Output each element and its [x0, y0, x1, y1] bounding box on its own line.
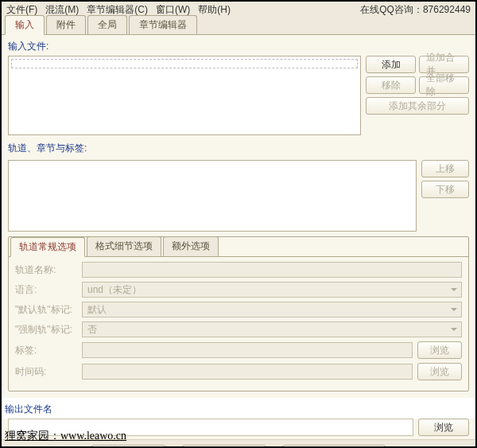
tab-format-details[interactable]: 格式细节选项	[87, 236, 161, 256]
tab-attachment[interactable]: 附件	[46, 15, 86, 34]
remove-all-button[interactable]: 全部移除	[419, 76, 469, 94]
output-filename-label: 输出文件名	[5, 403, 475, 416]
footer-link[interactable]: 狸窝家园：www.leawo.cn	[5, 429, 126, 443]
input-files-selection	[11, 59, 358, 68]
timecode-input[interactable]	[82, 364, 413, 380]
forced-flag-select[interactable]: 否	[82, 321, 462, 337]
forced-flag-label: "强制轨"标记:	[15, 323, 77, 337]
remove-button[interactable]: 移除	[366, 76, 416, 94]
tab-track-general[interactable]: 轨道常规选项	[10, 237, 85, 257]
output-browse-button[interactable]: 浏览	[418, 419, 469, 436]
append-button[interactable]: 追加合并	[419, 56, 469, 73]
input-files-label: 输入文件:	[8, 40, 469, 53]
track-name-label: 轨道名称:	[15, 263, 77, 277]
input-panel: 输入文件: 添加 追加合并 移除 全部移除 添加其余部分 轨道、章节与标签: 上…	[2, 35, 475, 398]
tab-chapter-editor[interactable]: 章节编辑器	[129, 15, 197, 34]
menu-mux[interactable]: 混流(M)	[45, 3, 79, 17]
tag-input[interactable]	[82, 342, 413, 358]
qq-consult: 在线QQ咨询：876292449	[360, 3, 471, 17]
track-name-input[interactable]	[82, 262, 462, 278]
language-label: 语言:	[15, 283, 77, 297]
default-flag-label: "默认轨"标记:	[15, 303, 77, 317]
timecode-label: 时间码:	[15, 365, 77, 379]
top-tabs: 输入 附件 全局 章节编辑器	[2, 18, 475, 35]
move-down-button[interactable]: 下移	[421, 181, 469, 198]
tracks-list[interactable]	[8, 160, 417, 232]
tag-browse-button[interactable]: 浏览	[417, 341, 462, 359]
tab-extra-options[interactable]: 额外选项	[163, 236, 219, 256]
tracks-label: 轨道、章节与标签:	[8, 142, 469, 155]
move-up-button[interactable]: 上移	[421, 160, 469, 177]
add-button[interactable]: 添加	[366, 56, 416, 73]
add-rest-button[interactable]: 添加其余部分	[366, 97, 469, 115]
tag-label: 标签:	[15, 344, 77, 357]
timecode-browse-button[interactable]: 浏览	[417, 363, 462, 380]
add-to-queue-button[interactable]: 添加到任务队列(A)	[282, 445, 386, 448]
menu-window[interactable]: 窗口(W)	[156, 3, 190, 17]
track-options-tabs: 轨道常规选项 格式细节选项 额外选项 轨道名称: 语言: und（未定） "默认…	[8, 236, 469, 392]
menu-chapter-editor[interactable]: 章节编辑器(C)	[87, 3, 148, 17]
menu-help[interactable]: 帮助(H)	[198, 3, 231, 17]
copy-cli-button[interactable]: 复制命令行(C)	[182, 445, 267, 448]
language-select[interactable]: und（未定）	[82, 282, 462, 298]
start-mux-button[interactable]: 开始混流(S)	[91, 445, 166, 448]
menu-file[interactable]: 文件(F)	[6, 3, 37, 17]
default-flag-select[interactable]: 默认	[82, 302, 462, 317]
tab-input[interactable]: 输入	[5, 15, 45, 35]
input-files-list[interactable]	[8, 56, 361, 135]
tab-global[interactable]: 全局	[87, 15, 127, 34]
